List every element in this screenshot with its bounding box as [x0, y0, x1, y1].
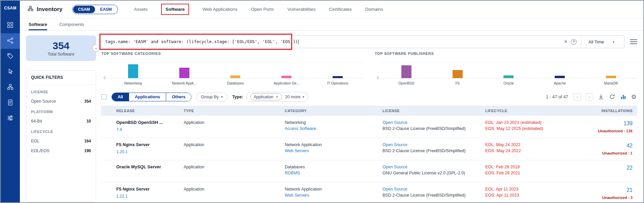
installations-count[interactable]: 139 [590, 120, 633, 127]
query-help-icon[interactable]: ? [571, 39, 577, 45]
charts-row: TOP SOFTWARE CATEGORIES 0 [101, 52, 637, 85]
col-installations[interactable]: INSTALLATIONS [590, 109, 637, 113]
software-name[interactable]: Oracle MySQL Server [116, 164, 178, 170]
settings-gear-icon[interactable]: ⚙ [631, 94, 637, 100]
bar-f5[interactable] [453, 70, 463, 78]
download-icon[interactable] [598, 94, 604, 100]
sidebar-item-reports[interactable] [1, 95, 20, 111]
software-category: Databases [285, 164, 377, 170]
table-row[interactable]: F5 Nginx Server 1.22.1 Application Netwo… [101, 182, 637, 203]
eol-date: EOL: May 24 2022 [485, 142, 584, 148]
query-search-box[interactable]: tags.name: 'EASM' and software: (lifecyc… [101, 35, 624, 48]
filter-item-64bit[interactable]: 64-Bit 10 [31, 119, 91, 124]
total-software-card: 354 Total Software ‹ [26, 35, 96, 61]
tab-software[interactable]: Software [161, 4, 189, 15]
segment-others[interactable]: Others [166, 93, 191, 101]
select-all-checkbox[interactable] [101, 94, 107, 100]
bar-application-de[interactable] [281, 76, 292, 78]
previous-page-button[interactable]: ‹ [574, 93, 581, 101]
time-range-dropdown[interactable]: All Time ▾ [585, 39, 620, 44]
tab-certificates[interactable]: Certificates [329, 7, 352, 12]
filter-item-eol-eos[interactable]: EOL/EOS 190 [31, 148, 91, 153]
tab-assets[interactable]: Assets [134, 7, 148, 12]
collapse-panel-button[interactable]: ‹ [92, 44, 100, 52]
installations-count[interactable]: 21 [590, 186, 633, 194]
table-row[interactable]: OpenBSD OpenSSH ... 7.4 Application Netw… [101, 116, 637, 138]
col-release[interactable]: RELEASE [116, 109, 184, 113]
installations-count[interactable]: 42 [590, 142, 633, 149]
tab-domains[interactable]: Domains [365, 7, 383, 12]
col-type[interactable]: TYPE [184, 109, 285, 113]
query-input[interactable]: tags.name: 'EASM' and software: (lifecyc… [105, 39, 562, 44]
software-table: RELEASE TYPE CATEGORY LICENSE LIFECYCLE … [101, 106, 637, 203]
bar-network-application[interactable] [179, 68, 189, 78]
installations-count[interactable]: 22 [590, 164, 633, 172]
sidebar-item-dashboard[interactable] [1, 18, 20, 33]
quick-filters-panel: QUICK FILTERS LICENSE Open Source 354 PL… [26, 70, 96, 202]
bar-oracle[interactable] [503, 75, 514, 78]
toggle-csam[interactable]: CSAM [73, 6, 95, 13]
tab-open-ports[interactable]: Open Ports [251, 7, 274, 12]
more-filters-dropdown[interactable]: 20 more ▾ [285, 95, 304, 99]
bar-mariadb[interactable] [606, 76, 616, 78]
top-header: Inventory CSAM EASM Assets Software Web … [20, 1, 643, 18]
bar-apache[interactable] [555, 76, 565, 78]
tab-web-applications[interactable]: Web Applications [203, 7, 237, 12]
filter-group-license: LICENSE Open Source 354 [26, 84, 96, 104]
col-license[interactable]: LICENSE [382, 109, 485, 113]
chart-view-icon[interactable] [620, 94, 626, 100]
next-page-button[interactable]: › [586, 93, 593, 101]
filter-heading-lifecycle: LIFECYCLE [31, 130, 91, 134]
sidebar-item-inventory[interactable] [1, 33, 20, 49]
col-category[interactable]: CATEGORY [285, 109, 382, 113]
segment-applications[interactable]: Applications [129, 93, 166, 101]
col-lifecycle[interactable]: LIFECYCLE [485, 109, 590, 113]
refresh-icon[interactable] [609, 94, 615, 100]
csam-easm-toggle: CSAM EASM [72, 5, 118, 14]
software-version[interactable]: 1.22.1 [116, 194, 178, 199]
table-row[interactable]: F5 Nginx Server 1.20.1 Application Netwo… [101, 138, 637, 160]
share-nodes-icon [7, 37, 14, 45]
sidebar-item-tags[interactable] [1, 49, 20, 64]
remove-chip-icon[interactable]: × [276, 94, 278, 99]
software-subcategory-link[interactable]: Web Servers [285, 148, 377, 154]
software-subcategory-link[interactable]: Web Servers [285, 192, 377, 198]
bar-databases[interactable] [230, 75, 240, 78]
subtab-components[interactable]: Components [59, 18, 84, 30]
software-name[interactable]: OpenBSD OpenSSH ... [116, 120, 178, 126]
software-subcategory-link[interactable]: RDBMS [285, 170, 377, 176]
page-title-wrap: Inventory [27, 5, 63, 13]
table-row[interactable]: Oracle MySQL Server Application Database… [101, 160, 637, 182]
toggle-easm[interactable]: EASM [95, 6, 117, 13]
text-caret [298, 39, 299, 44]
sidebar-item-activity[interactable] [1, 64, 20, 80]
bar-openbsd[interactable] [401, 65, 411, 78]
sidebar-item-configuration[interactable] [1, 111, 20, 126]
software-name[interactable]: F5 Nginx Server [116, 142, 178, 148]
filter-group-lifecycle: LIFECYCLE EOL 164 EOL/EOS 190 [26, 124, 96, 154]
clear-query-icon[interactable]: × [562, 38, 570, 45]
bar-networking[interactable] [128, 64, 138, 78]
eos-date: EOS: May 12 2025 (estimated) [485, 126, 584, 132]
software-subcategory-link[interactable]: Access Software [285, 126, 377, 132]
chevron-down-icon: ▾ [303, 95, 304, 99]
filter-item-open-source[interactable]: Open Source 354 [31, 99, 91, 104]
tab-vulnerabilities[interactable]: Vulnerabilities [287, 7, 316, 12]
group-by-dropdown[interactable]: Group By ▾ [196, 93, 227, 101]
filter-item-eol[interactable]: EOL 164 [31, 139, 91, 143]
segment-all[interactable]: All [112, 93, 129, 101]
total-software-count: 354 [53, 40, 69, 51]
software-version[interactable]: 1.20.1 [116, 149, 178, 155]
software-name[interactable]: F5 Nginx Server [116, 186, 178, 193]
type-segmented-control: All Applications Others [112, 93, 191, 101]
menu-icon[interactable] [630, 38, 637, 45]
eos-date: EOS: Feb 28 2021 [485, 170, 584, 176]
subtab-software[interactable]: Software [29, 18, 47, 30]
sliders-icon [7, 114, 14, 123]
filter-group-platform: PLATFORM 64-Bit 10 [26, 104, 96, 124]
software-category: Network Application [285, 142, 377, 148]
bar-it-operations[interactable] [333, 76, 343, 78]
software-version[interactable]: 7.4 [116, 127, 178, 133]
type-chip-application[interactable]: Application × [250, 93, 282, 100]
sidebar-item-rules[interactable] [1, 80, 20, 95]
